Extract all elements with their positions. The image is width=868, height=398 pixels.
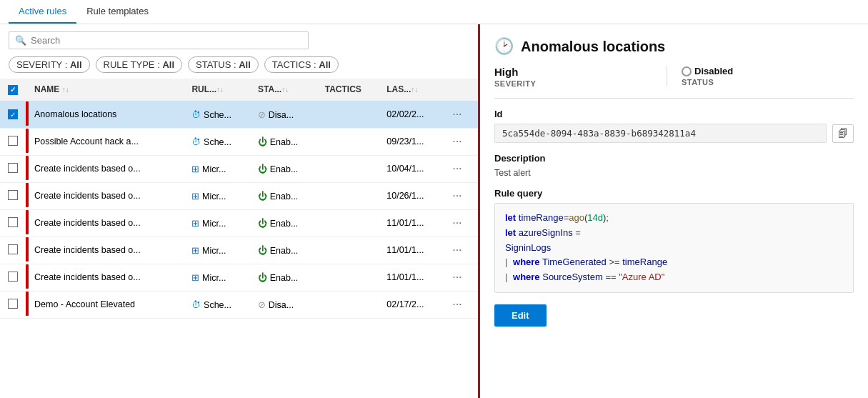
row-actions-cell[interactable]: ··· — [445, 291, 478, 318]
table-row[interactable]: Create incidents based o...⊞ Micr...⏻ En… — [0, 264, 478, 291]
row-actions-cell[interactable]: ··· — [445, 209, 478, 237]
row-checkbox[interactable] — [8, 299, 18, 309]
row-name: Create incidents based o... — [30, 237, 187, 264]
description-section-label: Description — [494, 153, 854, 164]
row-actions-cell[interactable]: ··· — [445, 128, 478, 155]
detail-clock-icon: 🕑 — [494, 37, 514, 56]
table-row[interactable]: Possible Account hack a...⏱ Sche...⏻ Ena… — [0, 128, 478, 155]
row-ruletype-icon: ⏱ — [191, 136, 204, 147]
row-ruletype: ⊞ Micr... — [187, 209, 254, 237]
row-checkbox[interactable] — [8, 163, 18, 173]
row-actions-cell[interactable]: ··· — [445, 101, 478, 128]
table-row[interactable]: Create incidents based o...⊞ Micr...⏻ En… — [0, 237, 478, 264]
table-header-row: ✓ NAME ↑↓ RUL...↑↓ STA...↑↓ TACTICS LAS.… — [0, 79, 478, 101]
query-line-2: let azureSignIns = — [505, 226, 843, 241]
row-status-icon: ⏻ — [258, 191, 270, 202]
row-redbar — [26, 210, 29, 234]
disabled-circle-icon — [682, 66, 692, 76]
row-name: Create incidents based o... — [30, 182, 187, 209]
search-input[interactable] — [31, 35, 302, 46]
table-row[interactable]: Demo - Account Elevated⏱ Sche...⊘ Disa..… — [0, 291, 478, 318]
filter-status-label: STATUS : — [196, 59, 239, 70]
row-status-icon: ⊘ — [258, 299, 269, 310]
right-panel: 🕑 Anomalous locations High SEVERITY Disa… — [480, 24, 868, 398]
severity-label: SEVERITY — [494, 79, 667, 88]
row-last: 02/02/2... — [382, 101, 445, 128]
row-actions-cell[interactable]: ··· — [445, 264, 478, 291]
row-status: ⏻ Enab... — [254, 182, 321, 209]
filter-severity-value: All — [70, 59, 82, 70]
row-checkbox-cell[interactable] — [0, 128, 26, 155]
filter-status[interactable]: STATUS : All — [188, 56, 259, 73]
row-more-button[interactable]: ··· — [449, 244, 464, 257]
query-box: let timeRange=ago(14d); let azureSignIns… — [494, 203, 854, 293]
row-redbar — [26, 129, 29, 153]
row-more-button[interactable]: ··· — [449, 271, 464, 284]
row-actions-cell[interactable]: ··· — [445, 182, 478, 209]
left-panel: 🔍 SEVERITY : All RULE TYPE : All STATUS … — [0, 24, 480, 398]
row-ruletype-icon: ⏱ — [191, 299, 204, 310]
row-more-button[interactable]: ··· — [449, 108, 464, 121]
row-status: ⊘ Disa... — [254, 291, 321, 318]
detail-title-row: 🕑 Anomalous locations — [494, 37, 854, 56]
detail-title: Anomalous locations — [521, 39, 665, 55]
row-ruletype: ⊞ Micr... — [187, 182, 254, 209]
severity-value: High — [494, 66, 667, 78]
search-box[interactable]: 🔍 — [9, 31, 309, 49]
header-last[interactable]: LAS...↑↓ — [382, 79, 445, 101]
table-row[interactable]: Create incidents based o...⊞ Micr...⏻ En… — [0, 155, 478, 182]
meta-severity: High SEVERITY — [494, 66, 667, 88]
row-redbar — [26, 101, 29, 126]
row-checkbox[interactable] — [8, 272, 18, 282]
tab-rule-templates[interactable]: Rule templates — [76, 0, 159, 24]
table-row[interactable]: ✓Anomalous locations⏱ Sche...⊘ Disa...02… — [0, 101, 478, 128]
row-more-button[interactable]: ··· — [449, 135, 464, 148]
filter-ruletype[interactable]: RULE TYPE : All — [96, 56, 182, 73]
row-actions-cell[interactable]: ··· — [445, 155, 478, 182]
header-tactics: TACTICS — [321, 79, 383, 101]
row-checkbox-cell[interactable]: ✓ — [0, 101, 26, 128]
row-checkbox[interactable]: ✓ — [8, 109, 18, 119]
row-redbar — [26, 183, 29, 207]
row-checkbox[interactable] — [8, 244, 18, 254]
row-checkbox[interactable] — [8, 217, 18, 227]
query-line-1: let timeRange=ago(14d); — [505, 211, 843, 226]
header-actions — [445, 79, 478, 101]
row-more-button[interactable]: ··· — [449, 217, 464, 229]
row-checkbox-cell[interactable] — [0, 182, 26, 209]
header-checkbox[interactable]: ✓ — [8, 85, 18, 95]
header-checkbox-cell[interactable]: ✓ — [0, 79, 26, 101]
edit-button[interactable]: Edit — [494, 304, 547, 327]
row-actions-cell[interactable]: ··· — [445, 237, 478, 264]
meta-status: Disabled STATUS — [667, 66, 854, 86]
header-status[interactable]: STA...↑↓ — [254, 79, 321, 101]
row-more-button[interactable]: ··· — [449, 162, 464, 175]
filter-tactics[interactable]: TACTICS : All — [264, 56, 339, 73]
row-checkbox[interactable] — [8, 190, 18, 200]
table-row[interactable]: Create incidents based o...⊞ Micr...⏻ En… — [0, 182, 478, 209]
row-ruletype: ⏱ Sche... — [187, 101, 254, 128]
filter-severity[interactable]: SEVERITY : All — [9, 56, 90, 73]
row-more-button[interactable]: ··· — [449, 189, 464, 202]
row-ruletype-icon: ⊞ — [191, 245, 202, 256]
id-value: 5ca554de-8094-483a-8839-b689342811a4 — [494, 124, 827, 143]
row-checkbox-cell[interactable] — [0, 155, 26, 182]
query-line-5: | where SourceSystem == "Azure AD" — [505, 270, 843, 285]
row-checkbox-cell[interactable] — [0, 291, 26, 318]
row-checkbox-cell[interactable] — [0, 264, 26, 291]
row-checkbox-cell[interactable] — [0, 237, 26, 264]
row-last: 11/01/1... — [382, 264, 445, 291]
row-checkbox[interactable] — [8, 136, 18, 146]
table-row[interactable]: Create incidents based o...⊞ Micr...⏻ En… — [0, 209, 478, 237]
rules-table-area: ✓ NAME ↑↓ RUL...↑↓ STA...↑↓ TACTICS LAS.… — [0, 79, 478, 398]
copy-id-button[interactable]: 🗐 — [832, 124, 854, 143]
tab-active-rules[interactable]: Active rules — [9, 0, 76, 24]
header-ruletype[interactable]: RUL...↑↓ — [187, 79, 254, 101]
row-more-button[interactable]: ··· — [449, 298, 464, 311]
detail-meta-row: High SEVERITY Disabled STATUS — [494, 66, 854, 99]
header-name[interactable]: NAME ↑↓ — [30, 79, 187, 101]
row-name: Possible Account hack a... — [30, 128, 187, 155]
description-text: Test alert — [494, 168, 854, 178]
row-checkbox-cell[interactable] — [0, 209, 26, 237]
filter-status-value: All — [239, 59, 251, 70]
